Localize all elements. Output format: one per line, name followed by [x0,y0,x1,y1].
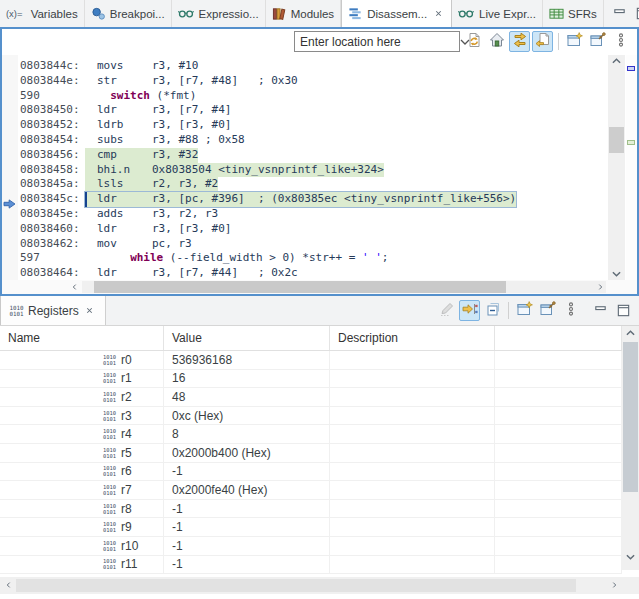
open-new-view-button[interactable] [564,31,585,52]
disasm-line[interactable]: 08038450:ldrr3, [r7, #4] [20,103,607,118]
follow-execution-button[interactable] [509,31,530,52]
close-icon[interactable] [83,304,97,318]
operands: r3, [r7, #48] ; 0x30 [152,74,298,87]
vscroll-thumb[interactable] [609,127,624,153]
edit-register-button[interactable] [436,300,457,321]
open-new-view-icon [517,301,533,321]
register-empty-cell [495,370,622,388]
refresh-icon [466,32,482,52]
register-description [330,537,495,555]
sync-active-context-button[interactable] [532,31,553,52]
disasm-line[interactable]: 0803844e:strr3, [r7, #48] ; 0x30 [20,74,607,89]
register-row-r11[interactable]: 10100101r11-1 [0,556,622,575]
mnemonic: ldr [97,103,152,118]
disasm-line[interactable]: 08038458:bhi.n0x8038504 <tiny_vsnprintf_… [20,163,607,178]
tab-modules[interactable]: Modules [266,0,341,27]
tab-label: Expressio... [199,8,259,20]
view-menu-button[interactable] [610,31,631,52]
hscroll-thumb[interactable] [94,281,506,293]
vscroll-thumb[interactable] [623,342,638,492]
home-icon [489,32,505,52]
disasm-line[interactable]: 08038456:cmpr3, #32 [20,148,607,163]
maximize-icon[interactable] [635,6,639,21]
overview-marker-current[interactable] [627,66,635,71]
disasm-line[interactable]: 08038460:ldrr3, [r3, #0] [20,222,607,237]
tab-breakpoi[interactable]: Breakpoi... [85,0,172,27]
register-name: r6 [121,464,132,478]
registers-horizontal-scrollbar[interactable] [0,577,639,594]
collapse-all-button[interactable] [482,300,503,321]
disasm-line[interactable]: 0803845a:lslsr2, r3, #2 [20,177,607,192]
svg-text:1010: 1010 [103,484,116,490]
instruction-address: 0803845a: [20,177,85,192]
instruction: strr3, [r7, #48] ; 0x30 [85,74,298,89]
register-row-r0[interactable]: 10100101r0536936168 [0,351,622,370]
svg-text:1010: 1010 [103,428,116,434]
register-row-r4[interactable]: 10100101r48 [0,425,622,444]
maximize-icon[interactable] [616,303,631,318]
location-input[interactable] [295,32,460,51]
disasm-line[interactable]: 08038464:ldrr3, [r7, #44] ; 0x2c [20,266,607,280]
tab-registers[interactable]: 10100101 Registers [0,296,106,325]
register-row-r3[interactable]: 10100101r30xc (Hex) [0,407,622,426]
home-button[interactable] [486,31,507,52]
register-row-r8[interactable]: 10100101r8-1 [0,500,622,519]
scroll-left-icon[interactable] [70,284,79,290]
scroll-left-icon[interactable] [4,582,13,588]
svg-text:0101: 0101 [103,360,116,366]
register-row-r9[interactable]: 10100101r9-1 [0,518,622,537]
disasm-line[interactable]: 0803845c:ldrr3, [pc, #396] ; (0x80385ec … [20,192,607,207]
scroll-down-icon[interactable] [612,271,621,277]
operands: r3, #88 ; 0x58 [152,133,245,146]
scroll-down-icon[interactable] [626,554,635,560]
register-row-r1[interactable]: 10100101r116 [0,370,622,389]
overview-marker-execution[interactable] [627,140,635,145]
source-code: while (--field_width > 0) *str++ = ' '; [85,251,388,266]
pin-view-button[interactable] [537,300,558,321]
column-header-description[interactable]: Description [330,326,495,350]
tab-disassem[interactable]: Disassem... [341,0,452,27]
disasm-line[interactable]: 0803845e:addsr3, r2, r3 [20,207,607,222]
register-row-r10[interactable]: 10100101r10-1 [0,537,622,556]
refresh-button[interactable] [463,31,484,52]
disasm-line[interactable]: 08038454:subsr3, #88 ; 0x58 [20,133,607,148]
column-header-name[interactable]: Name [0,326,164,350]
instruction: ldrr3, [r3, #0] [85,222,231,237]
disasm-line[interactable]: 08038452:ldrbr3, [r3, #0] [20,118,607,133]
source-line[interactable]: 590 switch (*fmt) [20,89,607,104]
mnemonic: subs [97,133,152,148]
minimize-icon[interactable] [593,303,608,318]
source-code: switch (*fmt) [85,89,196,104]
tab-expressio[interactable]: Expressio... [172,0,266,27]
operands: r3, #10 [152,59,198,72]
register-row-r5[interactable]: 10100101r50x2000b400 (Hex) [0,444,622,463]
open-new-view-button[interactable] [514,300,535,321]
register-row-r7[interactable]: 10100101r70x2000fe40 (Hex) [0,481,622,500]
link-with-debug-button[interactable] [459,300,480,321]
disassembly-code: 0803844c:movsr3, #100803844e:strr3, [r7,… [20,59,607,280]
view-menu-button[interactable] [560,300,581,321]
operands: r3, [r3, #0] [152,222,231,235]
tab-live-expr[interactable]: Live Expr... [452,0,543,27]
scroll-up-icon[interactable] [626,330,635,336]
disasm-vertical-scrollbar[interactable] [608,55,625,280]
disasm-horizontal-scrollbar[interactable] [2,280,637,294]
scroll-up-icon[interactable] [612,58,621,64]
disasm-line[interactable]: 0803844c:movsr3, #10 [20,59,607,74]
disasm-line[interactable]: 08038462:movpc, r3 [20,237,607,252]
tab-sfrs[interactable]: SFRs [543,0,604,27]
column-header-value[interactable]: Value [164,326,330,350]
register-row-r2[interactable]: 10100101r248 [0,388,622,407]
location-combo[interactable] [294,31,460,52]
register-row-r6[interactable]: 10100101r6-1 [0,463,622,482]
hscroll-thumb[interactable] [16,579,576,592]
close-icon[interactable] [431,7,445,21]
scroll-right-icon[interactable] [596,284,605,290]
minimize-icon[interactable] [612,6,627,21]
source-line[interactable]: 597 while (--field_width > 0) *str++ = '… [20,251,607,266]
tab-variables[interactable]: (x)=Variables [0,0,85,27]
pin-view-button[interactable] [587,31,608,52]
scroll-right-icon[interactable] [610,582,619,588]
register-name-cell: 10100101r0 [0,351,164,369]
registers-vertical-scrollbar[interactable] [622,326,639,570]
